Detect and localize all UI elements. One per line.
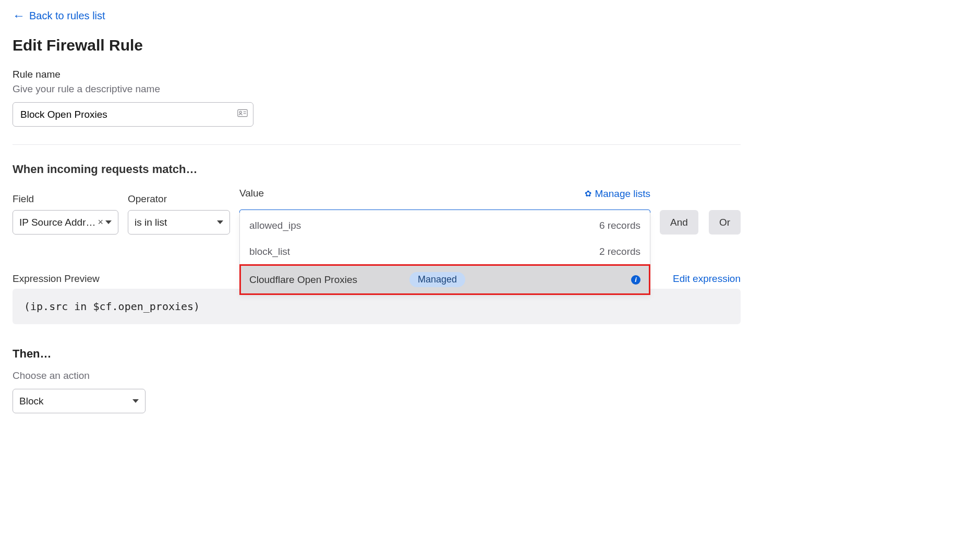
- operator-select[interactable]: is in list: [128, 210, 230, 235]
- list-item[interactable]: allowed_ips 6 records: [240, 213, 650, 239]
- option-name: allowed_ips: [249, 220, 301, 231]
- operator-label: Operator: [128, 193, 230, 205]
- or-button[interactable]: Or: [709, 210, 741, 235]
- condition-row: Field IP Source Addr… × Operator is in l…: [13, 188, 741, 235]
- chevron-down-icon: [217, 220, 223, 224]
- operator-column: Operator is in list: [128, 193, 230, 235]
- field-select[interactable]: IP Source Addr… ×: [13, 210, 118, 235]
- field-column: Field IP Source Addr… ×: [13, 193, 118, 235]
- list-item[interactable]: Cloudflare Open Proxies Managed i: [240, 265, 650, 294]
- value-label: Value: [239, 188, 264, 199]
- chevron-down-icon: [105, 220, 112, 224]
- edit-expression-link[interactable]: Edit expression: [673, 273, 741, 285]
- rule-name-label: Rule name: [13, 69, 741, 80]
- option-meta: 2 records: [599, 246, 640, 257]
- page-container: ← Back to rules list Edit Firewall Rule …: [13, 9, 741, 413]
- manage-lists-label: Manage lists: [595, 188, 650, 200]
- then-hint: Choose an action: [13, 370, 741, 381]
- back-link[interactable]: ← Back to rules list: [13, 9, 105, 22]
- chevron-down-icon: [132, 399, 139, 403]
- manage-lists-link[interactable]: ✿ Manage lists: [585, 188, 650, 200]
- option-name: Cloudflare Open Proxies: [249, 274, 357, 286]
- svg-point-1: [239, 111, 241, 113]
- rule-name-input-wrap[interactable]: [13, 102, 253, 127]
- field-value-text: IP Source Addr…: [19, 217, 95, 228]
- page-title: Edit Firewall Rule: [13, 36, 741, 54]
- id-card-icon: [237, 109, 248, 120]
- and-or-group: And Or: [660, 210, 741, 235]
- list-item[interactable]: block_list 2 records: [240, 239, 650, 265]
- value-dropdown: allowed_ips 6 records block_list 2 recor…: [239, 213, 650, 295]
- field-label: Field: [13, 193, 118, 205]
- then-title: Then…: [13, 347, 741, 361]
- operator-value-text: is in list: [135, 217, 167, 228]
- rule-name-hint: Give your rule a descriptive name: [13, 83, 741, 95]
- svg-rect-0: [238, 109, 247, 116]
- action-value-text: Block: [19, 396, 43, 407]
- action-select[interactable]: Block: [13, 389, 146, 413]
- clear-field-icon[interactable]: ×: [98, 217, 103, 228]
- info-icon[interactable]: i: [631, 275, 640, 285]
- match-title: When incoming requests match…: [13, 163, 741, 176]
- option-name: block_list: [249, 246, 290, 257]
- option-meta: 6 records: [599, 220, 640, 231]
- arrow-left-icon: ←: [13, 9, 25, 22]
- and-button[interactable]: And: [660, 210, 698, 235]
- value-column: Value ✿ Manage lists Cloudflare Open Pro…: [239, 188, 650, 235]
- rule-name-input[interactable]: [20, 109, 237, 120]
- expression-preview-label: Expression Preview: [13, 273, 100, 285]
- back-label: Back to rules list: [29, 10, 105, 22]
- divider: [13, 144, 741, 145]
- managed-badge: Managed: [409, 272, 465, 287]
- gear-icon: ✿: [585, 189, 591, 199]
